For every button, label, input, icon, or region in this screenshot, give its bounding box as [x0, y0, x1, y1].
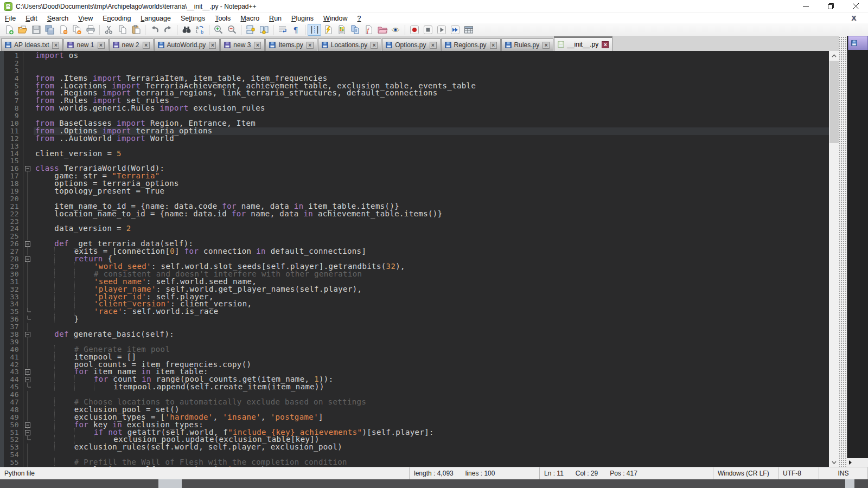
close-button[interactable]: [843, 0, 868, 12]
code-line[interactable]: 35 'race': self.world.is_race: [0, 308, 829, 316]
menu-view[interactable]: View: [73, 14, 98, 23]
tab-close-icon[interactable]: ×: [430, 42, 437, 49]
document-close-icon[interactable]: X: [851, 14, 856, 22]
save-icon[interactable]: [29, 24, 43, 36]
minimize-button[interactable]: [793, 0, 818, 12]
menu-encoding[interactable]: Encoding: [98, 14, 136, 23]
code-line[interactable]: 12from ..AutoWorld import World: [0, 135, 829, 143]
code-line[interactable]: 27 exits = [connection[0] for connection…: [0, 248, 829, 255]
second-view-hscrollbar[interactable]: [847, 458, 868, 467]
playback-icon[interactable]: [435, 24, 448, 36]
menu-file[interactable]: File: [0, 14, 21, 23]
replace-icon[interactable]: ab: [193, 24, 207, 36]
tab-regions-py[interactable]: Regions.py×: [441, 38, 501, 51]
fold-collapse-icon[interactable]: [24, 376, 34, 383]
tab--init-py[interactable]: __init__.py×: [554, 36, 612, 51]
show-all-characters-icon[interactable]: ¶: [289, 24, 303, 36]
tab-new-1[interactable]: new 1×: [63, 38, 108, 51]
second-view-editor[interactable]: [847, 50, 868, 458]
tab-close-icon[interactable]: ×: [602, 41, 609, 48]
status-eol[interactable]: Windows (CR LF): [713, 467, 778, 479]
code-line[interactable]: 14client_version = 5: [0, 150, 829, 158]
zoom-in-icon[interactable]: [212, 24, 225, 36]
start-recording-icon[interactable]: [407, 24, 421, 36]
menu-help[interactable]: ?: [353, 14, 366, 23]
print-icon[interactable]: [84, 24, 97, 36]
save-all-icon[interactable]: [43, 24, 56, 36]
tab-new-3[interactable]: new 3×: [220, 38, 265, 51]
scroll-right-arrow[interactable]: [849, 460, 852, 465]
code-line[interactable]: 45 itempool.append(self.create_item(item…: [0, 383, 829, 391]
tab-items-py[interactable]: Items.py×: [265, 38, 317, 51]
taskbar-button[interactable]: [158, 479, 182, 488]
save-macro-icon[interactable]: [462, 24, 475, 36]
fold-collapse-icon[interactable]: [24, 240, 34, 248]
cut-icon[interactable]: [102, 24, 116, 36]
tab-rules-py[interactable]: Rules.py×: [501, 38, 554, 51]
menu-macro[interactable]: Macro: [235, 14, 264, 23]
menu-search[interactable]: Search: [42, 14, 74, 23]
tab-close-icon[interactable]: ×: [209, 42, 216, 49]
status-encoding[interactable]: UTF-8: [778, 467, 819, 479]
redo-icon[interactable]: [161, 24, 175, 36]
code-line[interactable]: 19 topology_present = True: [0, 188, 829, 195]
fold-collapse-icon[interactable]: [24, 255, 34, 263]
code-line[interactable]: 38 def generate_basic(self):: [0, 331, 829, 338]
find-icon[interactable]: [180, 24, 193, 36]
code-line[interactable]: 8from worlds.generic.Rules import exclus…: [0, 105, 829, 112]
fold-collapse-icon[interactable]: [24, 429, 34, 436]
indent-guide-icon[interactable]: [308, 24, 321, 36]
tab-close-icon[interactable]: ×: [254, 42, 261, 49]
menu-plugins[interactable]: Plugins: [286, 14, 318, 23]
code-editor[interactable]: 1import os234from .Items import Terraria…: [0, 51, 829, 467]
taskbar-corner-button[interactable]: [845, 479, 854, 488]
close-icon[interactable]: [56, 24, 70, 36]
word-wrap-icon[interactable]: [276, 24, 289, 36]
copy-icon[interactable]: [116, 24, 129, 36]
tab-new-2[interactable]: new 2×: [109, 38, 154, 51]
code-line[interactable]: 2: [0, 60, 829, 67]
sync-scroll-vertical-icon[interactable]: [244, 24, 257, 36]
tab-close-icon[interactable]: ×: [307, 42, 314, 49]
monitoring-icon[interactable]: [389, 24, 403, 36]
code-line[interactable]: 36 }: [0, 316, 829, 323]
menu-run[interactable]: Run: [264, 14, 286, 23]
code-line[interactable]: 1import os: [0, 52, 829, 60]
scrollbar-thumb[interactable]: [829, 61, 839, 143]
tab-locations-py[interactable]: Locations.py×: [318, 38, 381, 51]
second-view-tab[interactable]: [848, 36, 868, 50]
restore-button[interactable]: [818, 0, 843, 12]
tab-close-icon[interactable]: ×: [143, 42, 150, 49]
menu-window[interactable]: Window: [318, 14, 352, 23]
menu-language[interactable]: Language: [136, 14, 176, 23]
function-list-icon[interactable]: [321, 24, 335, 36]
tab-close-icon[interactable]: ×: [98, 42, 105, 49]
folder-as-workspace-icon[interactable]: [375, 24, 389, 36]
view-splitter[interactable]: [839, 36, 847, 467]
close-all-icon[interactable]: [70, 24, 84, 36]
menu-tools[interactable]: Tools: [210, 14, 235, 23]
run-macro-multiple-icon[interactable]: [448, 24, 462, 36]
scroll-down-arrow[interactable]: [829, 458, 839, 467]
open-file-icon[interactable]: [16, 24, 29, 36]
code-line[interactable]: 53 exclusion_rules(self.world, self.play…: [0, 444, 829, 451]
fold-collapse-icon[interactable]: [24, 368, 34, 376]
vertical-scrollbar[interactable]: [829, 51, 839, 467]
status-insert-mode[interactable]: INS: [819, 467, 868, 479]
tab-close-icon[interactable]: ×: [542, 42, 550, 49]
fold-collapse-icon[interactable]: [24, 165, 34, 172]
tab-close-icon[interactable]: ×: [52, 42, 59, 49]
tab-ap-ideas-txt[interactable]: AP Ideas.txt×: [1, 38, 63, 51]
undo-icon[interactable]: [148, 24, 161, 36]
new-file-icon[interactable]: [2, 24, 16, 36]
stop-recording-icon[interactable]: [421, 24, 435, 36]
zoom-out-icon[interactable]: [225, 24, 239, 36]
sync-scroll-horizontal-icon[interactable]: [257, 24, 271, 36]
fold-collapse-icon[interactable]: [24, 421, 34, 429]
menu-edit[interactable]: Edit: [21, 14, 42, 23]
document-list-icon[interactable]: [348, 24, 362, 36]
paste-icon[interactable]: [129, 24, 143, 36]
code-line[interactable]: 13: [0, 143, 829, 150]
menu-settings[interactable]: Settings: [176, 14, 210, 23]
bookmark-margin[interactable]: [0, 51, 4, 467]
